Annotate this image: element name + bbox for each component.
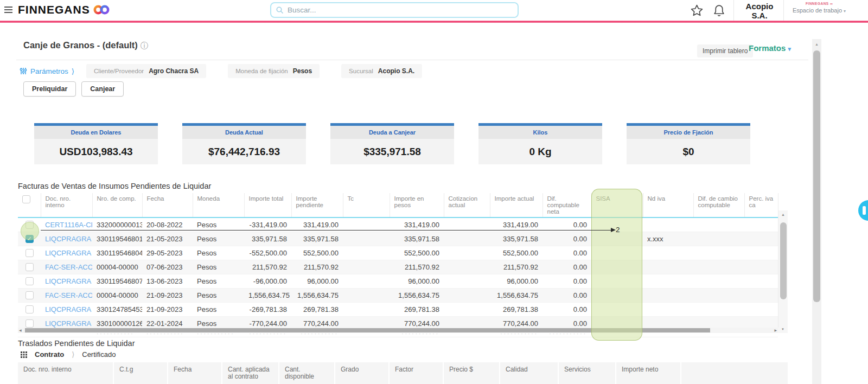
cell-perc_iva — [744, 246, 778, 260]
column-header[interactable]: Grado — [335, 362, 390, 384]
page-scroll-up-icon[interactable]: ▲ — [812, 39, 821, 46]
column-header[interactable]: Doc. nro. interno — [41, 193, 92, 217]
select-all-checkbox[interactable] — [22, 195, 30, 203]
cell-importe_pendiente: 1,556,634.75 — [291, 288, 343, 302]
search-input[interactable] — [288, 3, 515, 17]
vertical-scroll-thumb[interactable] — [780, 222, 787, 299]
column-header[interactable]: Importe neto — [616, 362, 681, 384]
column-header[interactable]: Precio $ — [444, 362, 500, 384]
cell-doc[interactable]: FAC-SER-ACO — [41, 260, 92, 274]
parameter-chip[interactable]: Sucursal Acopio S.A. — [341, 64, 422, 78]
cell-importe_pendiente: 211,570.92 — [291, 260, 343, 274]
column-header[interactable]: Nro. de comp. — [92, 193, 142, 217]
row-checkbox[interactable] — [25, 277, 34, 285]
horizontal-scroll-thumb[interactable] — [25, 328, 710, 332]
cell-tc — [343, 288, 390, 302]
cell-nd_iva — [643, 260, 693, 274]
column-header[interactable]: Dif. computable neta — [542, 193, 591, 217]
column-header[interactable]: Doc. nro. interno — [18, 362, 114, 384]
page-scrollbar[interactable]: ▲ — [812, 39, 821, 384]
cell-doc[interactable]: LIQCPRAGRA — [41, 274, 92, 288]
scroll-down-icon[interactable]: ▼ — [778, 328, 788, 333]
formats-dropdown[interactable]: Formatos ▾ — [749, 43, 791, 53]
cell-doc[interactable]: LIQCPRAGRA — [41, 302, 92, 316]
column-header[interactable]: Cant. disponible — [279, 362, 335, 384]
notifications-bell-icon[interactable] — [713, 4, 725, 17]
column-header[interactable]: C.t.g — [114, 362, 168, 384]
parameter-chips: Cliente/Proveedor Agro Chacra SA Moneda … — [86, 64, 422, 78]
row-checkbox[interactable] — [25, 263, 34, 271]
tab-certificado[interactable]: Certificado — [82, 350, 116, 359]
column-header[interactable]: Nd iva — [643, 193, 693, 217]
column-header[interactable]: Importe actual — [490, 193, 542, 217]
checkbox-cell — [18, 246, 41, 260]
table-horizontal-scrollbar[interactable]: ◀ ▶ — [18, 328, 778, 333]
scroll-right-icon[interactable]: ▶ — [774, 328, 777, 332]
kpi-label: Precio de Fjación — [627, 126, 750, 139]
column-header[interactable]: Cotizacion actual — [444, 193, 490, 217]
kpi-card: Deuda Actual $76,442,716.93 — [182, 123, 306, 164]
cell-doc[interactable]: LIQCPRAGRA — [41, 232, 92, 246]
column-header[interactable]: Perc. iva ca — [744, 193, 778, 217]
parameters-toggle[interactable]: Parámetros ⟩ — [20, 67, 74, 75]
column-header[interactable]: Calidad — [500, 362, 559, 384]
cell-fecha: 21-09-2023 — [142, 288, 193, 302]
column-header[interactable]: Importe pendiente — [291, 193, 343, 217]
table-vertical-scrollbar[interactable]: ▲ — [778, 210, 788, 328]
row-checkbox[interactable] — [25, 305, 34, 313]
column-header[interactable]: Servicios — [559, 362, 616, 384]
print-dashboard-button[interactable]: Imprimir tablero — [697, 44, 753, 57]
floating-action-button[interactable] — [858, 200, 868, 221]
cell-moneda: Pesos — [193, 274, 244, 288]
column-header[interactable]: Importe total — [244, 193, 291, 217]
cell-doc[interactable]: CERT1116A-CP — [41, 217, 92, 232]
canjear-button[interactable]: Canjear — [81, 81, 124, 97]
cell-fecha: 13-06-2023 — [142, 274, 193, 288]
cell-dif_cambio — [693, 217, 744, 232]
parameter-chip[interactable]: Cliente/Proveedor Agro Chacra SA — [86, 64, 206, 78]
parameters-chevron-icon: ⟩ — [72, 67, 74, 75]
favorites-star-icon[interactable] — [690, 4, 704, 17]
column-header[interactable]: Cant. aplicada al contrato — [222, 362, 279, 384]
scroll-left-icon[interactable]: ◀ — [19, 328, 22, 332]
cell-importe_actual: 331,419.00 — [490, 217, 542, 232]
invoice-row: ✓LIQCPRAGRA33011954680121-05-2023Pesos33… — [18, 232, 778, 246]
kpi-card: Kilos 0 Kg — [478, 123, 602, 164]
tab-contrato[interactable]: Contrato — [35, 350, 64, 359]
row-checkbox[interactable] — [25, 319, 34, 328]
cell-comp: 330119546807 — [92, 274, 142, 288]
cell-cotizacion_actual — [444, 260, 490, 274]
search-icon — [276, 6, 284, 15]
cell-dif_cambio — [693, 302, 744, 316]
workspace-selector[interactable]: FINNEGANS ∞ Espacio de trabajo ▾ — [787, 2, 852, 14]
row-checkbox[interactable] — [25, 249, 34, 257]
preliquidar-button[interactable]: Preliquidar — [23, 81, 76, 97]
hamburger-menu-icon[interactable] — [4, 7, 12, 14]
cell-doc[interactable]: FAC-SER-ACO — [41, 288, 92, 302]
select-all-header — [18, 193, 41, 217]
workspace-selector-label: Espacio de trabajo — [793, 7, 842, 14]
row-checkbox[interactable] — [25, 291, 34, 299]
parameters-row: Parámetros ⟩ Cliente/Proveedor Agro Chac… — [20, 64, 422, 78]
page-scroll-thumb[interactable] — [813, 50, 820, 302]
column-header[interactable]: SISA — [591, 193, 643, 217]
row-checkbox[interactable]: ✓ — [25, 235, 34, 243]
cell-cotizacion_actual — [444, 274, 490, 288]
column-header[interactable]: Tc — [343, 193, 390, 217]
kpi-card: Deuda en Dolares USD103,983.43 — [34, 123, 158, 164]
column-header[interactable]: Fecha — [142, 193, 193, 217]
column-header[interactable]: Importe en pesos — [390, 193, 444, 217]
cell-importe_en_pesos: 211,570.92 — [390, 260, 444, 274]
column-header[interactable]: Moneda — [193, 193, 244, 217]
scroll-up-icon[interactable]: ▲ — [778, 210, 788, 216]
column-header[interactable]: Factor — [390, 362, 444, 384]
column-header[interactable]: Dif. de cambio computable — [693, 193, 744, 217]
parameter-chip[interactable]: Moneda de fijación Pesos — [228, 64, 320, 78]
cell-sisa — [591, 246, 643, 260]
cell-doc[interactable]: LIQCPRAGRA — [41, 246, 92, 260]
info-icon[interactable]: ⓘ — [141, 41, 148, 50]
invoice-row: FAC-SER-ACO00004-0000021-09-2023Pesos1,5… — [18, 288, 778, 302]
cell-importe_en_pesos: 269,781.38 — [390, 302, 444, 316]
row-checkbox[interactable] — [25, 221, 34, 229]
column-header[interactable]: Fecha — [168, 362, 222, 384]
